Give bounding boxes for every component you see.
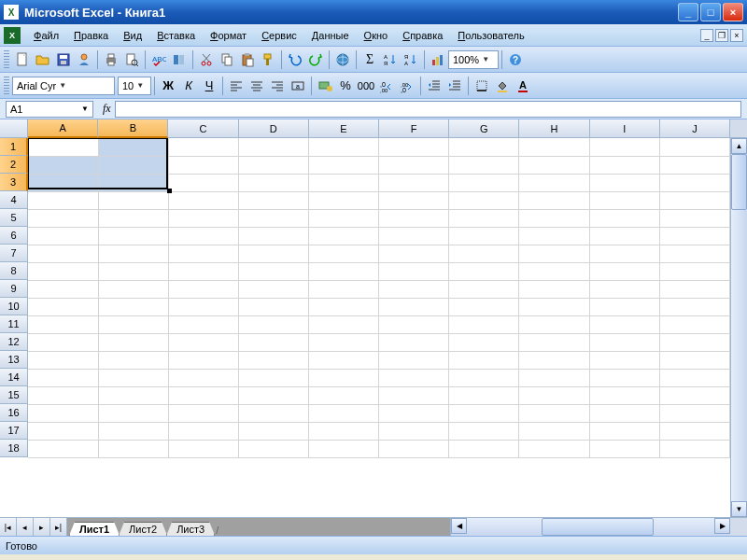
cell-I11[interactable] <box>589 315 659 333</box>
print-preview-button[interactable] <box>121 49 142 70</box>
row-header-13[interactable]: 13 <box>0 351 28 369</box>
cell-F18[interactable] <box>379 440 449 457</box>
col-header-A[interactable]: A <box>28 119 98 138</box>
fill-color-button[interactable] <box>492 76 513 96</box>
cell-C13[interactable] <box>168 351 238 369</box>
mdi-restore-button[interactable]: ❐ <box>715 29 728 42</box>
cell-E5[interactable] <box>309 209 379 227</box>
cell-C17[interactable] <box>168 422 238 440</box>
cell-B2[interactable] <box>98 156 168 174</box>
cell-F8[interactable] <box>379 262 449 280</box>
col-header-C[interactable]: C <box>168 119 238 138</box>
cell-G14[interactable] <box>449 369 519 386</box>
cell-A5[interactable] <box>28 209 98 227</box>
cell-C18[interactable] <box>168 440 238 457</box>
align-right-button[interactable] <box>267 76 288 96</box>
cell-I4[interactable] <box>589 191 659 209</box>
col-header-J[interactable]: J <box>660 119 730 138</box>
cell-C3[interactable] <box>168 174 238 191</box>
cell-I5[interactable] <box>589 209 659 227</box>
cell-G11[interactable] <box>449 315 519 333</box>
cell-J15[interactable] <box>659 386 729 404</box>
font-size-combo[interactable]: 10▼ <box>118 77 151 95</box>
cell-A15[interactable] <box>28 386 98 404</box>
cell-B13[interactable] <box>98 351 168 369</box>
bold-button[interactable]: Ж <box>158 76 178 96</box>
cell-J3[interactable] <box>659 174 729 191</box>
cell-C1[interactable] <box>168 138 238 156</box>
cell-B5[interactable] <box>98 209 168 227</box>
toolbar-handle[interactable] <box>4 50 9 69</box>
col-header-B[interactable]: B <box>98 119 168 138</box>
cell-C9[interactable] <box>168 280 238 298</box>
cell-C10[interactable] <box>168 298 238 315</box>
cell-E6[interactable] <box>309 227 379 245</box>
cell-G5[interactable] <box>449 209 519 227</box>
cell-E11[interactable] <box>309 315 379 333</box>
sheet-nav-next-button[interactable]: ▸ <box>34 518 50 536</box>
cell-H17[interactable] <box>519 422 589 440</box>
cell-B6[interactable] <box>98 227 168 245</box>
cell-G10[interactable] <box>449 298 519 315</box>
toolbar-handle[interactable] <box>4 77 9 95</box>
cell-F13[interactable] <box>379 351 449 369</box>
menu-item-6[interactable]: Данные <box>304 27 357 44</box>
cell-H5[interactable] <box>519 209 589 227</box>
cell-G13[interactable] <box>449 351 519 369</box>
scroll-left-button[interactable]: ◀ <box>451 518 467 534</box>
cell-D5[interactable] <box>238 209 308 227</box>
research-button[interactable] <box>169 49 190 70</box>
row-header-14[interactable]: 14 <box>0 369 28 386</box>
cell-D8[interactable] <box>238 262 308 280</box>
cell-A11[interactable] <box>28 315 98 333</box>
cell-I14[interactable] <box>589 369 659 386</box>
permission-button[interactable] <box>74 49 94 70</box>
cell-H3[interactable] <box>519 174 589 191</box>
cell-J17[interactable] <box>659 422 729 440</box>
cell-J8[interactable] <box>659 262 729 280</box>
cut-button[interactable] <box>196 49 217 70</box>
cell-B12[interactable] <box>98 333 168 351</box>
undo-button[interactable] <box>285 49 305 70</box>
autosum-button[interactable]: Σ <box>359 49 380 70</box>
cell-D10[interactable] <box>238 298 308 315</box>
cell-E14[interactable] <box>309 369 379 386</box>
cell-G4[interactable] <box>449 191 519 209</box>
cell-D2[interactable] <box>238 156 308 174</box>
cell-E1[interactable] <box>309 138 379 156</box>
cell-G8[interactable] <box>449 262 519 280</box>
cell-D4[interactable] <box>238 191 308 209</box>
cell-A6[interactable] <box>28 227 98 245</box>
cell-E18[interactable] <box>309 440 379 457</box>
row-header-10[interactable]: 10 <box>0 298 28 315</box>
scroll-right-button[interactable]: ▶ <box>714 518 730 534</box>
open-button[interactable] <box>33 49 53 70</box>
cell-I9[interactable] <box>589 280 659 298</box>
maximize-button[interactable]: □ <box>700 3 721 21</box>
cell-D18[interactable] <box>238 440 308 457</box>
cell-D6[interactable] <box>238 227 308 245</box>
align-left-button[interactable] <box>226 76 247 96</box>
cell-D17[interactable] <box>238 422 308 440</box>
cell-J9[interactable] <box>659 280 729 298</box>
cell-J14[interactable] <box>659 369 729 386</box>
cell-E2[interactable] <box>309 156 379 174</box>
italic-button[interactable]: К <box>178 76 199 96</box>
col-header-E[interactable]: E <box>309 119 379 138</box>
menu-item-9[interactable]: Пользователь <box>450 27 531 44</box>
cell-H7[interactable] <box>519 245 589 262</box>
zoom-combo[interactable]: 100%▼ <box>448 50 499 69</box>
cell-D3[interactable] <box>238 174 308 191</box>
cell-I13[interactable] <box>589 351 659 369</box>
row-header-4[interactable]: 4 <box>0 191 28 209</box>
currency-button[interactable] <box>315 76 335 96</box>
sort-desc-button[interactable]: ЯА <box>401 49 421 70</box>
cell-I7[interactable] <box>589 245 659 262</box>
col-header-H[interactable]: H <box>519 119 589 138</box>
cell-F9[interactable] <box>379 280 449 298</box>
cell-C11[interactable] <box>168 315 238 333</box>
cell-D7[interactable] <box>238 245 308 262</box>
cell-H2[interactable] <box>519 156 589 174</box>
hyperlink-button[interactable] <box>332 49 353 70</box>
chart-wizard-button[interactable] <box>428 49 448 70</box>
